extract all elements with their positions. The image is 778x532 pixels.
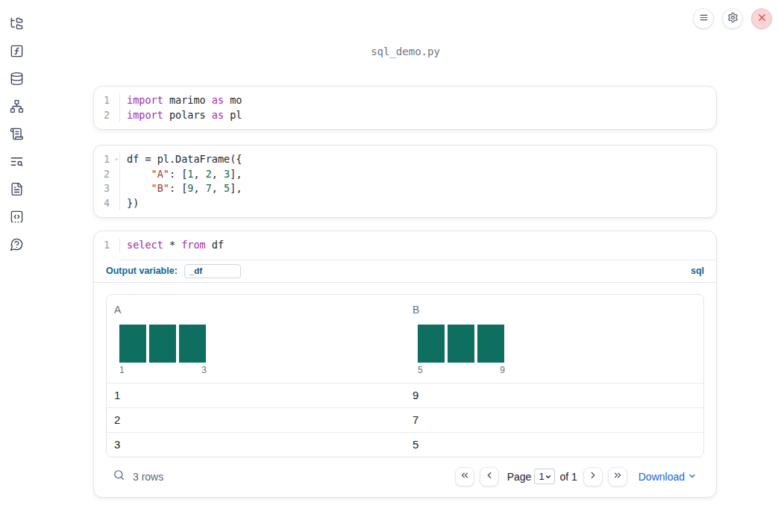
table-body: 192735: [107, 383, 703, 457]
column-histogram[interactable]: 13: [119, 325, 405, 383]
histogram-bar[interactable]: [477, 325, 504, 363]
code-line[interactable]: 1import marimo as mo: [94, 93, 716, 108]
code-editor[interactable]: 1⌄df = pl.DataFrame({2 "A": [1, 2, 3],3 …: [94, 145, 716, 217]
page-of-label: of 1: [559, 471, 577, 483]
table-cell: 1: [107, 384, 405, 407]
sql-output-area: A13B59 192735 3 rows Page: [94, 283, 716, 497]
chevrons-right-icon: [612, 470, 623, 484]
chevrons-left-icon: [459, 470, 470, 484]
first-page-button[interactable]: [455, 467, 474, 486]
sidebar-item-snippets[interactable]: [7, 209, 25, 227]
close-icon: [756, 12, 768, 26]
sidebar: [0, 0, 33, 532]
output-variable-row: Output variable: sql: [94, 260, 716, 283]
code-text: "B": [9, 7, 5],: [120, 181, 242, 196]
column-name: B: [412, 302, 703, 316]
file-tree-icon: [10, 16, 24, 34]
menu-icon: [698, 12, 709, 26]
code-square-icon: [10, 210, 24, 227]
sidebar-item-dependencies[interactable]: [7, 98, 25, 116]
list-search-icon: [10, 154, 24, 172]
table-header-row: A13B59: [107, 295, 703, 383]
page-select-value: 1: [539, 471, 544, 482]
data-table: A13B59 192735: [106, 294, 704, 457]
next-page-button[interactable]: [583, 467, 603, 486]
code-editor[interactable]: 1import marimo as mo2import polars as pl: [94, 87, 716, 129]
table-cell: 2: [107, 408, 405, 432]
sidebar-item-file-explorer[interactable]: [7, 16, 25, 34]
histogram-bar[interactable]: [119, 325, 146, 363]
histogram-min-label: 5: [418, 365, 423, 375]
page-label: Page: [507, 471, 532, 483]
table-row[interactable]: 19: [107, 383, 703, 407]
table-cell: 9: [405, 384, 703, 407]
network-icon: [10, 99, 24, 116]
page-select[interactable]: 1: [534, 469, 555, 484]
column-name: A: [114, 302, 405, 316]
notebook-content: 1import marimo as mo2import polars as pl…: [93, 86, 717, 498]
menu-button[interactable]: [693, 8, 714, 29]
line-number: 2: [94, 108, 120, 123]
sidebar-item-variables[interactable]: [7, 43, 25, 61]
code-editor[interactable]: 1select * from df: [94, 231, 716, 260]
download-label: Download: [639, 471, 685, 483]
cell-sql[interactable]: 1select * from df Output variable: sql A…: [93, 231, 717, 498]
help-bubble-icon: [10, 237, 24, 254]
histogram-bar[interactable]: [149, 325, 176, 363]
scroll-text-icon: [10, 127, 24, 144]
download-button[interactable]: Download: [639, 471, 697, 483]
table-cell: 5: [405, 433, 703, 457]
sidebar-item-outline[interactable]: [7, 154, 25, 172]
table-row[interactable]: 35: [107, 432, 703, 457]
code-text: select * from df: [120, 238, 224, 253]
code-text: df = pl.DataFrame({: [120, 152, 242, 167]
table-footer: 3 rows Page 1 of 1: [106, 467, 704, 486]
code-line[interactable]: 4}): [94, 196, 716, 211]
code-text: "A": [1, 2, 3],: [120, 167, 242, 182]
sidebar-item-documentation[interactable]: [7, 181, 25, 199]
cell-imports[interactable]: 1import marimo as mo2import polars as pl: [93, 86, 717, 130]
line-number: 3: [94, 181, 120, 196]
prev-page-button[interactable]: [480, 467, 499, 486]
fold-chevron-icon[interactable]: ⌄: [115, 151, 119, 166]
output-variable-input[interactable]: [184, 264, 241, 278]
shutdown-button[interactable]: [751, 8, 772, 29]
code-line[interactable]: 3 "B": [9, 7, 5],: [94, 181, 716, 196]
file-text-icon: [10, 182, 24, 199]
column-header[interactable]: A13: [107, 302, 405, 383]
notebook-title: sql_demo.py: [33, 46, 778, 57]
settings-button[interactable]: [722, 8, 743, 29]
database-icon: [10, 72, 24, 89]
code-line[interactable]: 1⌄df = pl.DataFrame({: [94, 152, 716, 167]
chevron-right-icon: [588, 470, 598, 484]
cell-dataframe[interactable]: 1⌄df = pl.DataFrame({2 "A": [1, 2, 3],3 …: [93, 145, 717, 218]
code-text: import marimo as mo: [120, 93, 242, 108]
gear-icon: [727, 12, 738, 26]
sidebar-item-help[interactable]: [7, 237, 25, 254]
code-text: import polars as pl: [120, 108, 242, 123]
sidebar-item-logs[interactable]: [7, 126, 25, 144]
histogram-max-label: 3: [201, 365, 207, 375]
code-line[interactable]: 1select * from df: [94, 238, 716, 253]
histogram-bar[interactable]: [179, 325, 206, 363]
histogram-bar[interactable]: [418, 325, 445, 363]
chevron-down-icon: [688, 471, 697, 483]
table-row[interactable]: 27: [107, 407, 703, 432]
column-histogram[interactable]: 59: [418, 325, 703, 383]
line-number: 1⌄: [94, 152, 120, 167]
output-variable-label: Output variable:: [106, 266, 178, 276]
line-number: 1: [94, 238, 120, 253]
code-text: }): [120, 196, 139, 211]
table-cell: 7: [405, 408, 703, 432]
histogram-bar[interactable]: [448, 325, 474, 363]
function-square-icon: [10, 44, 24, 61]
code-line[interactable]: 2 "A": [1, 2, 3],: [94, 167, 716, 182]
sidebar-item-data-sources[interactable]: [7, 71, 25, 89]
histogram-max-label: 9: [500, 365, 505, 375]
code-line[interactable]: 2import polars as pl: [94, 108, 716, 123]
search-icon: [113, 469, 125, 484]
column-header[interactable]: B59: [405, 302, 703, 383]
row-count: 3 rows: [133, 471, 163, 483]
search-button[interactable]: [113, 469, 125, 484]
last-page-button[interactable]: [608, 467, 627, 486]
